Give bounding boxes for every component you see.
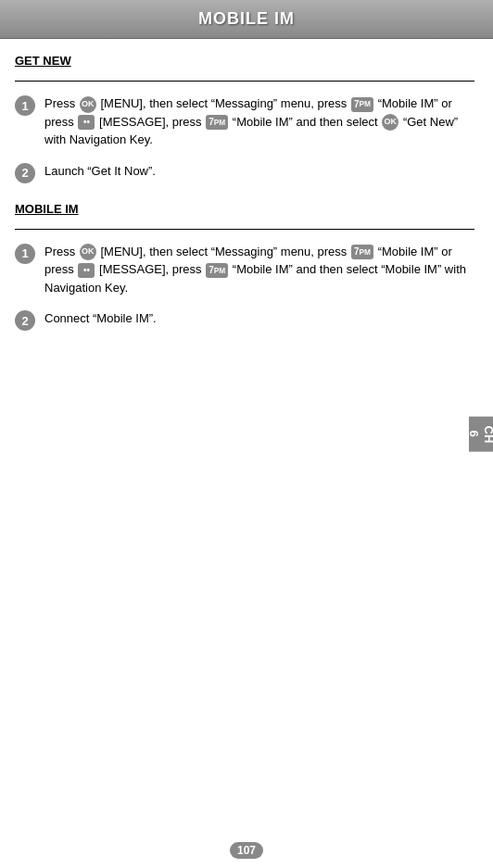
key-7pm-4: 7PM [206, 263, 228, 278]
step-text-2: Launch “Get It Now”. [44, 162, 474, 181]
key-7pm-2: 7PM [206, 115, 228, 130]
get-new-step-2: 2 Launch “Get It Now”. [15, 162, 474, 183]
mobile-im-step-1: 1 Press OK [MENU], then select “Messagin… [15, 243, 474, 297]
key-7pm-3: 7PM [351, 245, 373, 259]
key-msg-2: •• [78, 263, 95, 278]
step-text-4: Connect “Mobile IM”. [44, 309, 474, 328]
tab-chapter-number: 6 [466, 431, 481, 437]
section-divider-1 [15, 81, 474, 82]
ok-key-2: OK [382, 114, 398, 131]
chapter-tab: CH 6 [469, 416, 493, 452]
tab-ch-label: CH [481, 425, 493, 443]
header-title: MOBILE IM [198, 9, 295, 28]
section-heading-get-new: GET NEW [15, 54, 474, 68]
section-get-new: GET NEW 1 Press OK [MENU], then select “… [15, 54, 474, 183]
mobile-im-step-2: 2 Connect “Mobile IM”. [15, 309, 474, 331]
step-number-2: 2 [15, 163, 35, 183]
step-number-4: 2 [15, 310, 35, 331]
page-header: MOBILE IM [0, 0, 493, 39]
key-msg-1: •• [78, 115, 95, 130]
step-text-1: Press OK [MENU], then select “Messaging”… [44, 94, 474, 149]
step-text-3: Press OK [MENU], then select “Messaging”… [44, 243, 474, 297]
ok-key-3: OK [80, 244, 96, 260]
ok-key-1: OK [80, 96, 96, 113]
section-divider-2 [15, 229, 474, 230]
step-number-1: 1 [15, 95, 35, 116]
key-7pm-1: 7PM [351, 97, 373, 112]
main-content: GET NEW 1 Press OK [MENU], then select “… [0, 39, 493, 364]
page-number: 107 [230, 842, 263, 859]
get-new-step-1: 1 Press OK [MENU], then select “Messagin… [15, 94, 474, 149]
section-heading-mobile-im: MOBILE IM [15, 202, 474, 216]
section-mobile-im: MOBILE IM 1 Press OK [MENU], then select… [15, 202, 474, 332]
page-number-area: 107 [230, 842, 263, 857]
step-number-3: 1 [15, 244, 35, 264]
